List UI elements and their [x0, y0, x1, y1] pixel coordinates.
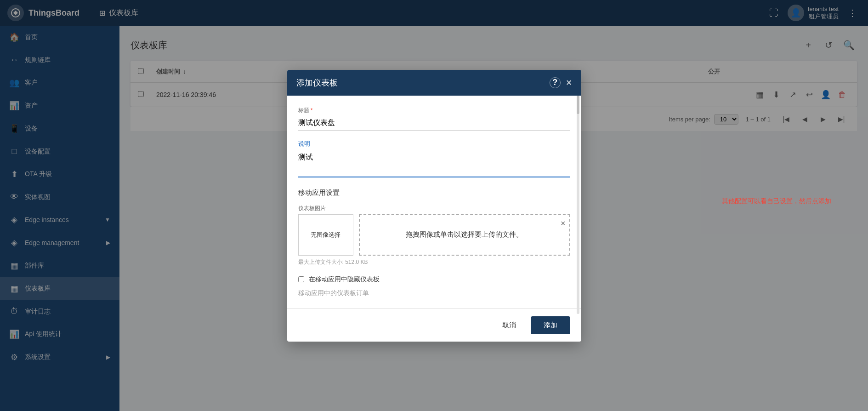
- dialog-scrollbar[interactable]: [577, 96, 579, 314]
- cancel-button[interactable]: 取消: [493, 316, 525, 334]
- hint-note: 其他配置可以看自己设置，然后点添加: [722, 197, 831, 206]
- modal-backdrop: 其他配置可以看自己设置，然后点添加 添加仪表板 ? × 标题 说明 测试: [0, 0, 868, 411]
- title-input[interactable]: [298, 116, 570, 131]
- image-field: 仪表板图片 无图像选择 拖拽图像或单击以选择要上传的文件。 × 最大上传文件大小…: [298, 205, 570, 266]
- drop-zone-text: 拖拽图像或单击以选择要上传的文件。: [406, 230, 523, 239]
- hide-label: 在移动应用中隐藏仪表板: [309, 275, 380, 284]
- add-dashboard-dialog: 添加仪表板 ? × 标题 说明 测试 移动应用设置: [287, 70, 581, 342]
- dialog-help-button[interactable]: ?: [550, 77, 561, 88]
- image-preview: 无图像选择: [298, 214, 353, 256]
- dialog-header: 添加仪表板 ? ×: [287, 70, 581, 96]
- image-upload-area: 无图像选择 拖拽图像或单击以选择要上传的文件。 ×: [298, 214, 570, 256]
- hide-in-mobile-checkbox[interactable]: [298, 276, 304, 282]
- title-label: 标题: [298, 107, 570, 114]
- title-field: 标题: [298, 107, 570, 131]
- image-label: 仪表板图片: [298, 205, 570, 212]
- no-image-text: 无图像选择: [311, 231, 340, 239]
- image-drop-zone[interactable]: 拖拽图像或单击以选择要上传的文件。 ×: [359, 214, 570, 256]
- dialog-header-actions: ? ×: [550, 77, 572, 88]
- drop-zone-close-button[interactable]: ×: [561, 219, 566, 228]
- dialog-title: 添加仪表板: [296, 77, 338, 88]
- add-button[interactable]: 添加: [531, 316, 570, 334]
- mobile-section-title: 移动应用设置: [298, 188, 570, 197]
- order-hint: 移动应用中的仪表板订单: [298, 289, 570, 297]
- upload-hint: 最大上传文件大小: 512.0 KB: [298, 258, 570, 266]
- mobile-settings-section: 移动应用设置 仪表板图片 无图像选择 拖拽图像或单击以选择要上传的文件。 × 最…: [298, 188, 570, 297]
- dialog-body: 标题 说明 测试 移动应用设置 仪表板图片 无图像选择: [287, 96, 581, 308]
- dialog-close-button[interactable]: ×: [566, 78, 572, 88]
- description-label: 说明: [298, 140, 570, 148]
- hide-checkbox-row: 在移动应用中隐藏仪表板: [298, 275, 570, 284]
- dialog-scroll-thumb: [577, 96, 579, 114]
- description-field: 说明 测试: [298, 140, 570, 179]
- description-input[interactable]: 测试: [298, 150, 570, 177]
- dialog-footer: 取消 添加: [287, 308, 581, 342]
